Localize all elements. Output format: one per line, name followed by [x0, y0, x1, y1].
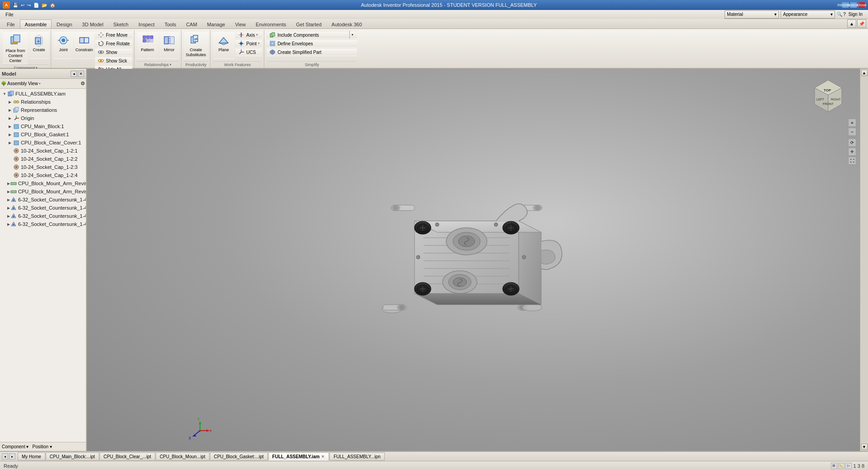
tab-cpu-block-clear[interactable]: CPU_Block_Clear_...ipt [100, 452, 155, 460]
fit-btn[interactable]: ⛶ [848, 157, 856, 165]
constrain-button[interactable]: Constrain [74, 31, 94, 59]
expand-origin[interactable]: ▶ [7, 115, 13, 121]
tab-cpu-main-block[interactable]: CPU_Main_Block:...ipt [46, 452, 99, 460]
status-icon-1[interactable]: ⊞ [831, 463, 837, 469]
tab-my-home[interactable]: My Home [18, 452, 45, 460]
tree-item-countersunk-3[interactable]: ▶ 6-32_Socket_Countersunk_1-4:3 [0, 212, 86, 220]
sign-in-button[interactable]: Sign In [847, 12, 864, 17]
expand-cpu-block-clear-cover[interactable]: ▶ [7, 140, 13, 145]
tab-tools[interactable]: Tools [159, 19, 181, 29]
tab-full-assembly-ipn[interactable]: FULL_ASSEMBLY...ipn [329, 452, 385, 460]
component-footer-btn[interactable]: Component ▾ [2, 444, 29, 449]
expand-cpu-block-gasket[interactable]: ▶ [7, 132, 13, 137]
tree-item-countersunk-2[interactable]: ▶ 6-32_Socket_Countersunk_1-4:2 [0, 204, 86, 212]
tree-item-socket-cap-1[interactable]: 10-24_Socket_Cap_1-2:1 [0, 147, 86, 155]
group-relationships-label[interactable]: Relationships ▾ [137, 61, 179, 68]
qa-home[interactable]: 🏠 [49, 3, 56, 8]
axis-button[interactable]: Axis ▾ [235, 31, 262, 39]
tree-item-representations[interactable]: ▶ Representations [0, 106, 86, 114]
qa-new[interactable]: 📄 [33, 3, 40, 8]
status-icon-3[interactable]: ▷ [845, 463, 852, 469]
tree-item-root[interactable]: ▼ FULL_ASSEMBLY.iam [0, 90, 86, 98]
viewcube[interactable]: TOP LEFT RIGHT FRONT [810, 78, 846, 114]
tree-item-mount-arm-2[interactable]: ▶ CPU_Block_Mount_Arm_Revision_2:2 [0, 187, 86, 196]
position-footer-btn[interactable]: Position ▾ [32, 444, 52, 449]
close-button[interactable]: close [858, 2, 865, 8]
show-sick-button[interactable]: ! Show Sick [95, 57, 132, 65]
expand-socket-cap-4[interactable] [7, 173, 13, 178]
tab-cam[interactable]: CAM [181, 19, 202, 29]
help-icon[interactable]: ? [843, 12, 846, 17]
qa-save[interactable]: 💾 [12, 3, 19, 8]
include-components-dd-btn[interactable]: ▾ [349, 31, 355, 39]
expand-socket-cap-1[interactable] [7, 148, 13, 153]
tab-file[interactable]: File [2, 19, 20, 29]
appearance-dropdown[interactable]: Appearance ▾ [781, 10, 835, 19]
tab-full-assembly-iam[interactable]: FULL_ASSEMBLY.iam ✕ [268, 452, 329, 460]
tab-autodesk360[interactable]: Autodesk 360 [327, 19, 367, 29]
tab-assemble[interactable]: Assemble [20, 19, 52, 29]
tree-item-countersunk-4[interactable]: ▶ 6-32_Socket_Countersunk_1-4:4 [0, 220, 86, 228]
orbit-btn[interactable]: ⟳ [848, 139, 856, 147]
include-components-button[interactable]: ✓ Include Components ▾ [267, 31, 357, 39]
qa-redo[interactable]: ↪ [26, 3, 32, 8]
panel-close-btn[interactable]: ✕ [78, 71, 84, 77]
ucs-button[interactable]: UCS [235, 48, 262, 56]
ribbon-minimize-btn[interactable]: ▲ [847, 19, 856, 28]
tree-item-origin[interactable]: ▶ Origin [0, 114, 86, 122]
qa-open[interactable]: 📂 [41, 3, 48, 8]
zoom-in-btn[interactable]: + [848, 119, 856, 127]
tab-view[interactable]: View [230, 19, 251, 29]
show-button[interactable]: Show [95, 48, 132, 56]
expand-cpu-main-block[interactable]: ▶ [7, 124, 13, 129]
tab-full-assembly-iam-close[interactable]: ✕ [320, 454, 325, 459]
expand-socket-cap-2[interactable] [7, 156, 13, 162]
zoom-out-btn[interactable]: − [848, 128, 856, 136]
tab-get-started[interactable]: Get Started [291, 19, 326, 29]
free-rotate-button[interactable]: Free Rotate [95, 39, 132, 48]
free-move-button[interactable]: Free Move [95, 31, 132, 39]
tab-sketch[interactable]: Sketch [108, 19, 134, 29]
create-simplified-part-button[interactable]: Create Simplified Part [267, 48, 357, 56]
scroll-up-btn[interactable]: ▲ [861, 70, 868, 76]
tree-item-socket-cap-3[interactable]: 10-24_Socket_Cap_1-2:3 [0, 163, 86, 171]
panel-expand-btn[interactable]: ◂ [71, 71, 77, 77]
pattern-button[interactable]: Pattern [137, 31, 158, 59]
expand-representations[interactable]: ▶ [7, 107, 13, 113]
mirror-button[interactable]: Mirror [159, 31, 179, 59]
tree-item-cpu-block-gasket[interactable]: ▶ CPU_Block_Gasket:1 [0, 130, 86, 139]
expand-root[interactable]: ▼ [2, 91, 7, 96]
tree-item-relationships[interactable]: ▶ Relationships [0, 98, 86, 106]
restore-button[interactable]: restore [850, 2, 857, 8]
tab-manage[interactable]: Manage [202, 19, 230, 29]
menu-file[interactable]: File [2, 11, 17, 18]
create-substitutes-button[interactable]: ⇄ CreateSubstitutes [184, 31, 208, 59]
tab-cpu-block-gasket[interactable]: CPU_Block_Gasket:...ipt [210, 452, 268, 460]
define-envelopes-button[interactable]: Define Envelopes [267, 39, 357, 48]
viewport[interactable]: TOP LEFT RIGHT FRONT + − ⟳ ✛ ⛶ [87, 69, 860, 451]
tree-item-countersunk-1[interactable]: ▶ 6-32_Socket_Countersunk_1-4:1 [0, 196, 86, 204]
tree-item-cpu-main-block[interactable]: ▶ CPU_Main_Block:1 [0, 122, 86, 130]
tab-inspect[interactable]: Inspect [134, 19, 159, 29]
create-button[interactable]: + Create [29, 31, 49, 59]
status-icon-2[interactable]: 📐 [838, 463, 844, 469]
tab-left-btn[interactable]: ◂ [2, 453, 8, 460]
view-selector[interactable]: 🌳 Assembly View ▾ [1, 81, 41, 86]
plane-button[interactable]: Plane [213, 31, 234, 59]
expand-relationships[interactable]: ▶ [7, 99, 13, 105]
tree-item-mount-arm-1[interactable]: ▶ CPU_Block_Mount_Arm_Revision_2:1 [0, 179, 86, 187]
filter-btn[interactable]: ⚙ [81, 81, 85, 86]
tree-item-cpu-block-clear-cover[interactable]: ▶ CPU_Block_Clear_Cover:1 [0, 139, 86, 147]
qa-undo[interactable]: ↩ [20, 3, 25, 8]
material-dropdown[interactable]: Material ▾ [725, 10, 779, 19]
joint-button[interactable]: Joint [53, 31, 73, 59]
tab-3dmodel[interactable]: 3D Model [77, 19, 108, 29]
pan-btn[interactable]: ✛ [848, 148, 856, 156]
tab-design[interactable]: Design [52, 19, 77, 29]
scroll-down-btn[interactable]: ▼ [861, 444, 868, 450]
tree-item-socket-cap-2[interactable]: 10-24_Socket_Cap_1-2:2 [0, 155, 86, 163]
tree-item-socket-cap-4[interactable]: 10-24_Socket_Cap_1-2:4 [0, 171, 86, 179]
search-icon[interactable]: 🔍 [837, 12, 842, 17]
point-button[interactable]: Point ▾ [235, 39, 262, 48]
expand-socket-cap-3[interactable] [7, 164, 13, 170]
